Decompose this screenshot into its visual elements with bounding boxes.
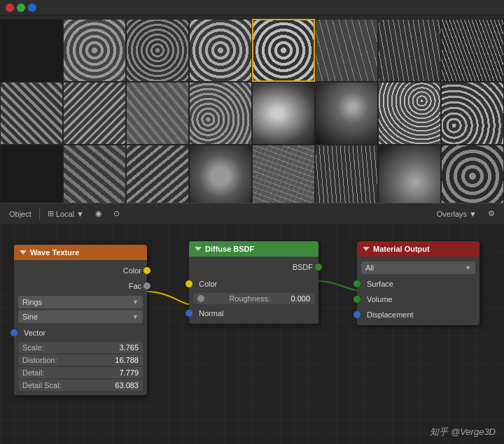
roughness-value: 0.000 xyxy=(290,294,310,303)
texture-cell[interactable] xyxy=(0,82,63,145)
texture-cell[interactable] xyxy=(63,82,126,145)
output-collapse-icon[interactable] xyxy=(363,247,370,251)
all-dropdown-value: All xyxy=(365,264,374,272)
viewport-topbar xyxy=(0,0,504,15)
diffuse-color-label: Color xyxy=(199,280,217,288)
viewport xyxy=(0,0,504,203)
normal-socket[interactable] xyxy=(186,310,192,317)
rings-value: Rings xyxy=(22,298,42,306)
texture-cell[interactable] xyxy=(126,82,189,145)
volume-label: Volume xyxy=(367,295,393,303)
texture-cell[interactable] xyxy=(252,82,315,145)
texture-cell[interactable] xyxy=(441,19,504,82)
wave-texture-header: Wave Texture xyxy=(14,245,147,260)
options-icon: ⚙ xyxy=(488,209,495,218)
texture-cell[interactable] xyxy=(378,145,441,203)
object-mode-selector[interactable]: Object xyxy=(6,208,35,220)
volume-socket[interactable] xyxy=(354,296,360,303)
texture-cell[interactable] xyxy=(378,82,441,145)
overlays-button[interactable]: Overlays ▼ xyxy=(433,208,480,220)
detail-input-row[interactable]: Detail: 7.779 xyxy=(18,367,143,378)
toolbar-separator xyxy=(39,208,40,220)
texture-cell[interactable] xyxy=(315,82,378,145)
local-mode-selector[interactable]: ⊞ Local ▼ xyxy=(44,208,88,220)
displacement-row: Displacement xyxy=(357,307,479,322)
material-output-header: Material Output xyxy=(357,241,479,257)
diffuse-bsdf-header: Diffuse BSDF xyxy=(189,241,318,257)
sine-value: Sine xyxy=(22,313,38,321)
distortion-value: 16.788 xyxy=(115,356,139,364)
axis-x-indicator xyxy=(6,3,14,12)
texture-grid xyxy=(0,19,504,203)
detail-value: 7.779 xyxy=(119,368,139,377)
rings-dropdown[interactable]: Rings ▼ xyxy=(18,296,143,308)
scale-input-row[interactable]: Scale: 3.765 xyxy=(18,342,143,353)
surface-socket[interactable] xyxy=(354,280,360,287)
volume-row: Volume xyxy=(357,292,479,307)
normal-label: Normal xyxy=(199,309,223,317)
detail-scale-input-row[interactable]: Detail Scal: 63.083 xyxy=(18,380,143,391)
material-output-body: All ▼ Surface Volume Displacement xyxy=(357,257,479,325)
diffuse-color-row: Color xyxy=(189,276,318,292)
vector-label: Vector xyxy=(24,329,46,337)
rings-dropdown-arrow: ▼ xyxy=(132,299,139,306)
texture-cell[interactable] xyxy=(315,19,378,82)
bsdf-output-row: BSDF xyxy=(189,259,318,275)
color-output-socket[interactable] xyxy=(144,267,150,274)
overlays-arrow-icon: ▼ xyxy=(469,210,477,218)
color-output-row: Color xyxy=(14,263,147,278)
diffuse-color-socket[interactable] xyxy=(186,280,192,287)
normal-row: Normal xyxy=(189,306,318,321)
displacement-socket[interactable] xyxy=(354,311,360,318)
node-editor: Wave Texture Color Fac Rings ▼ Sine ▼ xyxy=(0,224,504,444)
wave-texture-node[interactable]: Wave Texture Color Fac Rings ▼ Sine ▼ xyxy=(14,245,147,395)
sine-dropdown-arrow: ▼ xyxy=(132,313,139,320)
wave-texture-body: Color Fac Rings ▼ Sine ▼ Vector xyxy=(14,260,147,395)
diffuse-bsdf-node[interactable]: Diffuse BSDF BSDF Color Roughness: 0.000 xyxy=(189,241,318,324)
texture-cell[interactable] xyxy=(189,145,252,203)
texture-cell[interactable] xyxy=(126,145,189,203)
bsdf-output-label: BSDF xyxy=(293,263,313,271)
texture-cell[interactable] xyxy=(126,19,189,82)
texture-cell[interactable] xyxy=(0,145,63,203)
texture-cell[interactable] xyxy=(189,19,252,82)
sine-dropdown[interactable]: Sine ▼ xyxy=(18,310,143,323)
viewport-options[interactable]: ⚙ xyxy=(484,208,498,220)
viewport-shading[interactable]: ◉ xyxy=(92,208,106,220)
roughness-label: Roughness: xyxy=(229,294,270,303)
bsdf-output-socket[interactable] xyxy=(315,264,322,271)
wave-texture-title: Wave Texture xyxy=(30,248,79,257)
axis-y-indicator xyxy=(17,3,25,12)
texture-cell-selected[interactable] xyxy=(252,19,315,82)
fac-output-label: Fac xyxy=(129,282,141,290)
surface-label: Surface xyxy=(367,280,393,288)
shading-icon: ◉ xyxy=(95,209,102,218)
distortion-input-row[interactable]: Distortion: 16.788 xyxy=(18,355,143,366)
color-output-label: Color xyxy=(123,266,141,275)
detail-label: Detail: xyxy=(22,368,44,377)
material-output-title: Material Output xyxy=(373,245,430,253)
texture-cell[interactable] xyxy=(63,19,126,82)
all-dropdown[interactable]: All ▼ xyxy=(361,262,475,274)
texture-cell[interactable] xyxy=(315,145,378,203)
texture-cell[interactable] xyxy=(252,145,315,203)
roughness-row[interactable]: Roughness: 0.000 xyxy=(193,293,314,304)
node-collapse-icon[interactable] xyxy=(20,250,27,255)
detail-scale-value: 63.083 xyxy=(115,381,139,389)
distortion-label: Distortion: xyxy=(22,356,57,364)
object-mode-label: Object xyxy=(9,210,31,218)
texture-cell[interactable] xyxy=(63,145,126,203)
texture-cell[interactable] xyxy=(378,19,441,82)
texture-cell[interactable] xyxy=(441,145,504,203)
watermark: 知乎 @Verge3D xyxy=(430,426,496,438)
fac-output-socket[interactable] xyxy=(144,282,150,289)
roughness-socket[interactable] xyxy=(197,295,204,302)
texture-cell[interactable] xyxy=(189,82,252,145)
material-output-node[interactable]: Material Output All ▼ Surface Volume Dis… xyxy=(357,241,479,325)
texture-cell[interactable] xyxy=(0,19,63,82)
vector-input-socket[interactable] xyxy=(10,329,18,336)
texture-cell[interactable] xyxy=(441,82,504,145)
diffuse-collapse-icon[interactable] xyxy=(195,247,202,251)
viewport-overlay[interactable]: ⊙ xyxy=(110,208,123,220)
scale-label: Scale: xyxy=(22,343,44,352)
